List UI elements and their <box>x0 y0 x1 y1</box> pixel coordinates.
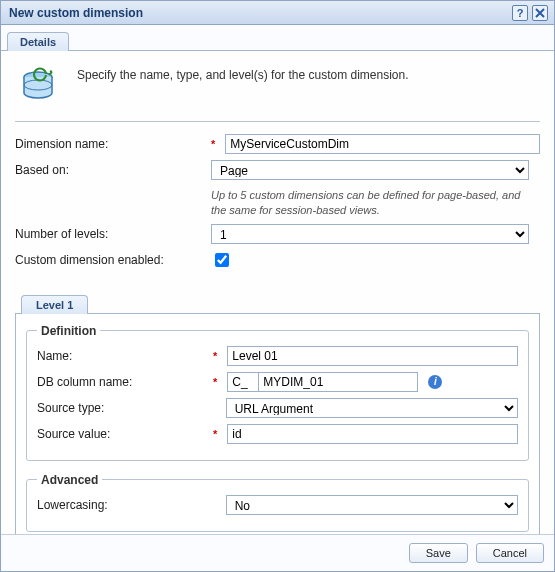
separator <box>15 121 540 122</box>
based-on-select[interactable]: Page <box>211 160 529 180</box>
source-value-input[interactable] <box>227 424 518 444</box>
db-prefix-input <box>228 373 258 391</box>
database-icon <box>17 65 59 107</box>
level-panel: Definition Name: * DB column name: * <box>15 314 540 559</box>
row-dimension-name: Dimension name: * <box>15 134 540 154</box>
fieldset-definition: Definition Name: * DB column name: * <box>26 324 529 461</box>
cancel-button[interactable]: Cancel <box>476 543 544 563</box>
close-icon[interactable] <box>532 5 548 21</box>
dialog-content: Specify the name, type, and level(s) for… <box>1 51 554 572</box>
label-source-value: Source value: <box>37 424 213 441</box>
row-num-levels: Number of levels: 1 <box>15 224 540 244</box>
label-dimension-name: Dimension name: <box>15 134 211 151</box>
row-source-value: Source value: * <box>37 424 518 444</box>
info-icon[interactable]: i <box>428 375 442 389</box>
row-lowercasing: Lowercasing: No <box>37 495 518 515</box>
titlebar-controls: ? <box>512 5 548 21</box>
lowercasing-select[interactable]: No <box>226 495 518 515</box>
required-marker: * <box>213 350 217 362</box>
dialog-footer: Save Cancel <box>1 534 554 571</box>
new-custom-dimension-dialog: New custom dimension ? Details Specify t… <box>0 0 555 572</box>
legend-definition: Definition <box>37 324 100 338</box>
row-source-type: Source type: URL Argument <box>37 398 518 418</box>
dialog-titlebar: New custom dimension ? <box>1 1 554 25</box>
db-column-group <box>227 372 418 392</box>
label-db-column: DB column name: <box>37 372 213 389</box>
source-type-select[interactable]: URL Argument <box>226 398 518 418</box>
label-lowercasing: Lowercasing: <box>37 495 213 512</box>
tab-details[interactable]: Details <box>7 32 69 51</box>
required-marker: * <box>211 138 215 150</box>
intro-text: Specify the name, type, and level(s) for… <box>77 65 538 107</box>
row-db-column: DB column name: * i <box>37 372 518 392</box>
intro-section: Specify the name, type, and level(s) for… <box>15 61 540 117</box>
level-tabstrip: Level 1 <box>15 276 540 314</box>
label-source-type: Source type: <box>37 398 213 415</box>
fieldset-advanced: Advanced Lowercasing: No <box>26 473 529 532</box>
db-suffix-input[interactable] <box>258 373 417 391</box>
dimension-name-input[interactable] <box>225 134 540 154</box>
dialog-title: New custom dimension <box>9 6 512 20</box>
level-name-input[interactable] <box>227 346 518 366</box>
label-level-name: Name: <box>37 346 213 363</box>
tab-level-1[interactable]: Level 1 <box>21 295 88 314</box>
save-button[interactable]: Save <box>409 543 468 563</box>
help-icon[interactable]: ? <box>512 5 528 21</box>
required-marker: * <box>213 428 217 440</box>
row-enabled: Custom dimension enabled: <box>15 250 540 270</box>
legend-advanced: Advanced <box>37 473 102 487</box>
label-enabled: Custom dimension enabled: <box>15 250 211 267</box>
main-tabstrip: Details <box>1 25 554 51</box>
enabled-checkbox[interactable] <box>215 253 229 267</box>
row-level-name: Name: * <box>37 346 518 366</box>
label-based-on: Based on: <box>15 160 211 177</box>
based-on-hint: Up to 5 custom dimensions can be defined… <box>211 188 529 218</box>
num-levels-select[interactable]: 1 <box>211 224 529 244</box>
row-based-on: Based on: Page Up to 5 custom dimensions… <box>15 160 540 218</box>
label-num-levels: Number of levels: <box>15 224 211 241</box>
required-marker: * <box>213 376 217 388</box>
